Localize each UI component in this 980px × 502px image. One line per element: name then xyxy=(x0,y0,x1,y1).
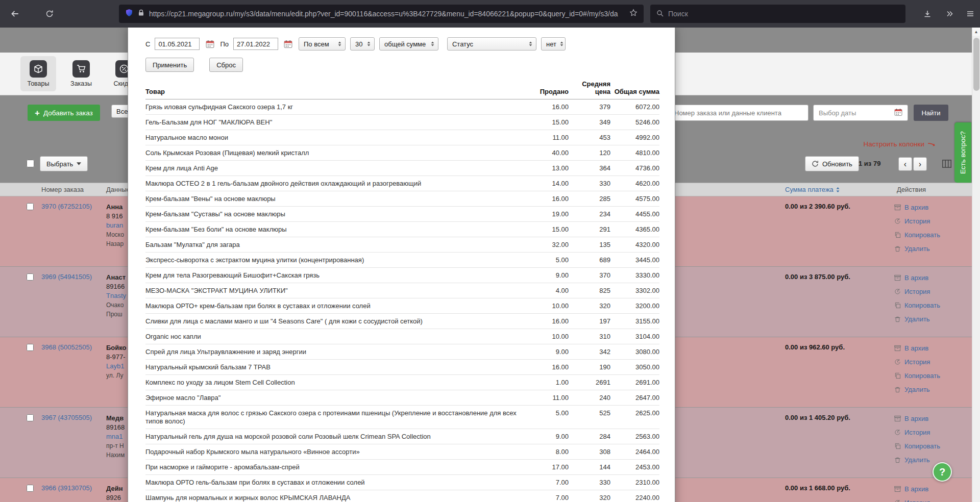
lock-icon[interactable] xyxy=(138,9,144,18)
order-number-link[interactable]: 3970 (67252105) xyxy=(41,203,92,210)
browser-search-field[interactable]: Поиск xyxy=(650,5,905,23)
order-actions: В архивИсторияКопироватьУдалить xyxy=(894,482,940,502)
report-row: Шампунь для нормальных и жирных волос КР… xyxy=(145,490,659,502)
extra-select[interactable]: нет xyxy=(541,37,566,51)
limit-select[interactable]: 30 xyxy=(350,37,375,51)
col-avg-price: Средняя цена xyxy=(569,80,610,95)
product-name: Маклюра ОСТЕО 2 в 1 гель-бальзам двойног… xyxy=(145,180,533,188)
action-archive-link[interactable]: В архив xyxy=(894,271,940,285)
order-checkbox[interactable] xyxy=(27,485,34,492)
action-archive-link[interactable]: В архив xyxy=(894,200,940,214)
action-history-link[interactable]: История xyxy=(894,425,940,439)
action-history-link[interactable]: История xyxy=(894,355,940,369)
back-button[interactable] xyxy=(6,5,23,22)
url-bar[interactable]: https://cp21.megagroup.ru/my/s3/data/men… xyxy=(119,5,644,23)
calendar-from-button[interactable] xyxy=(204,38,215,49)
action-archive-link[interactable]: В архив xyxy=(894,341,940,355)
action-trash-link[interactable]: Удалить xyxy=(894,312,940,326)
reload-button[interactable] xyxy=(41,5,58,22)
action-copy-link[interactable]: Копировать xyxy=(894,369,940,383)
customer-email-link[interactable]: buran xyxy=(106,221,124,230)
columns-settings-button[interactable] xyxy=(940,158,953,171)
order-payment: 0.00 из 962.60 руб. xyxy=(785,343,845,351)
report-row: Натуральное масло монои 11.00 453 4992.0… xyxy=(145,130,659,145)
apply-button[interactable]: Применить xyxy=(145,58,194,72)
action-copy-link[interactable]: Копировать xyxy=(894,439,940,453)
scope-select[interactable]: По всем xyxy=(299,37,346,51)
order-checkbox[interactable] xyxy=(27,344,34,351)
col-product: Товар xyxy=(145,88,533,95)
action-trash-link[interactable]: Удалить xyxy=(894,383,940,396)
product-sold: 40.00 xyxy=(533,149,569,157)
toolbar-overflow-button[interactable] xyxy=(941,5,958,22)
shield-icon[interactable] xyxy=(125,9,133,19)
col-total: Общая сумма xyxy=(610,88,659,95)
action-archive-link[interactable]: В архив xyxy=(894,412,940,425)
select-dropdown-button[interactable]: Выбрать xyxy=(40,156,88,171)
customer-email-link[interactable]: Tnasty xyxy=(106,291,126,300)
order-checkbox[interactable] xyxy=(27,203,34,210)
action-trash-link[interactable]: Удалить xyxy=(894,242,940,256)
date-filter-input[interactable]: Выбор даты xyxy=(813,105,908,121)
order-number-link[interactable]: 3968 (50052505) xyxy=(41,343,92,351)
date-to-input[interactable] xyxy=(233,38,278,50)
tab-orders[interactable]: Заказы xyxy=(63,56,99,91)
reset-button[interactable]: Сброс xyxy=(209,58,243,72)
order-checkbox[interactable] xyxy=(27,273,34,281)
col-payment-sort[interactable]: Сумма платежа xyxy=(785,186,840,193)
report-row: Экспресс-сыворотка с экстрактом муцина у… xyxy=(145,253,659,268)
tab-products[interactable]: Товары xyxy=(20,56,56,91)
spinner-arrows-icon xyxy=(430,41,435,47)
columns-icon xyxy=(941,158,952,169)
action-copy-link[interactable]: Копировать xyxy=(894,298,940,312)
help-button[interactable]: ? xyxy=(933,462,952,482)
calendar-to-button[interactable] xyxy=(283,38,294,49)
downloads-button[interactable] xyxy=(919,5,936,22)
report-row: Спрей для лица Ультраувлажнение и заряд … xyxy=(145,344,659,360)
package-icon xyxy=(30,60,47,78)
find-button[interactable]: Найти xyxy=(914,105,948,121)
date-from-input[interactable] xyxy=(155,38,200,50)
customer-email-link[interactable]: mna1 xyxy=(106,432,125,441)
prev-page-button[interactable]: ‹ xyxy=(898,157,912,171)
report-row: Грязь иловая сульфидная Сакского озера 1… xyxy=(145,99,659,115)
add-order-button[interactable]: + Добавить заказ xyxy=(28,105,100,121)
product-name: Сливки для лица с маслами манго и ши "4 … xyxy=(145,317,533,325)
menu-button[interactable] xyxy=(962,5,979,22)
admin-page: Товары Заказы Скидки + Добавить заказ Вс… xyxy=(0,28,980,502)
order-number-link[interactable]: 3967 (43705505) xyxy=(41,414,92,421)
action-trash-link[interactable]: Удалить xyxy=(894,453,940,467)
order-checkbox[interactable] xyxy=(27,414,34,421)
action-copy-link[interactable]: Копировать xyxy=(894,228,940,242)
bookmark-star-icon[interactable] xyxy=(629,9,638,19)
status-select[interactable]: Статус xyxy=(447,37,536,51)
sort-by-select[interactable]: общей сумме xyxy=(379,37,438,51)
page-scrollbar[interactable]: ▲ xyxy=(972,28,980,502)
action-history-link[interactable]: История xyxy=(894,214,940,228)
refresh-button[interactable]: Обновить xyxy=(805,156,859,171)
select-all-checkbox[interactable] xyxy=(27,160,34,167)
copy-icon xyxy=(894,302,901,309)
report-row: Крем для тела Разогревающий Бишофит+Сакс… xyxy=(145,268,659,283)
scrollbar-thumb[interactable] xyxy=(973,38,979,91)
product-avg-price: 525 xyxy=(569,409,610,425)
product-name: Крем-бальзам "Вены" на основе маклюры xyxy=(145,195,533,203)
next-page-button[interactable]: › xyxy=(913,157,927,171)
order-number-link[interactable]: 3969 (54941505) xyxy=(41,273,92,281)
product-avg-price: 240 xyxy=(569,394,610,402)
order-number-link[interactable]: 3966 (39130705) xyxy=(41,484,92,492)
report-row: Эфирное масло "Лавра" 11.00 240 2647.00 xyxy=(145,390,659,406)
scroll-up-arrow[interactable]: ▲ xyxy=(972,28,980,36)
action-history-link[interactable]: История xyxy=(894,496,940,502)
customer-email-link[interactable]: Layb1 xyxy=(106,362,127,371)
action-archive-link[interactable]: В архив xyxy=(894,482,940,496)
order-search-input[interactable] xyxy=(669,105,808,121)
product-total: 3104.00 xyxy=(610,333,659,341)
history-icon xyxy=(894,218,901,224)
sort-icon xyxy=(836,187,840,193)
archive-icon xyxy=(894,486,901,492)
action-history-link[interactable]: История xyxy=(894,285,940,298)
feedback-tab[interactable]: Есть вопрос? xyxy=(954,122,971,183)
report-row: Подарочный набор Крымского мыла натураль… xyxy=(145,444,659,460)
product-name: Комплекс по уходу за лицом Stem Cell Col… xyxy=(145,379,533,387)
